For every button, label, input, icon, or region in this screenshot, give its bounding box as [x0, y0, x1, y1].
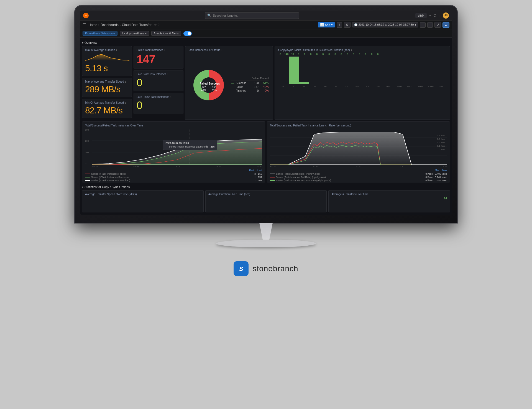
breadcrumb-dashboards[interactable]: Dashboards: [101, 23, 119, 27]
panel-title-max-duration: Max of Average duration ℹ: [85, 49, 129, 52]
pie-chart-svg: Failed 147 49% Success 150 51%: [189, 66, 228, 105]
info-icon[interactable]: ℹ: [125, 101, 126, 104]
hist-bar-7: [352, 84, 362, 84]
chart2-x-axis: 15:05 15:10 15:15 15:20 15:25: [270, 165, 447, 169]
pie-container: Failed 147 49% Success 150 51%: [188, 53, 270, 117]
success-dot: [231, 83, 234, 83]
chart-menu-icon[interactable]: ⋮: [260, 123, 263, 127]
svg-text:S: S: [239, 265, 243, 272]
late-start-value: 0: [137, 77, 180, 89]
failed-task-value: 147: [137, 53, 180, 66]
chart1-y-axis: 300 200 100 0: [85, 129, 92, 165]
browser-bar: G 🔍 Search or jump to... citrix + ⏱ ↑ JS: [80, 11, 452, 21]
hist-bar-15: [436, 84, 446, 84]
grafana-logo-icon: G: [83, 13, 89, 18]
info-icon[interactable]: ℹ: [125, 80, 126, 83]
stats-grid: Average Transfer Speed Over time (MB/s) …: [82, 190, 450, 212]
clock-icon: 🕐: [354, 23, 357, 26]
toolbar: Prometheus Datasource local_prometheus ▾…: [80, 29, 452, 38]
chart1-svg: [92, 129, 262, 165]
hist-bar-5: [331, 84, 341, 84]
histogram-panel: # Copy/Sync Tasks Distributed in Buckets…: [275, 46, 450, 120]
chevron-up-icon[interactable]: ▲: [443, 22, 449, 28]
hist-bar-12: [405, 84, 415, 84]
chevron-down-icon: ▾: [145, 32, 147, 35]
chart2-svg-wrapper: 0.4 l/sec 0.3 l/sec 0.2 l/sec 0.1 l/sec …: [270, 129, 447, 165]
failed-legend-line: [85, 174, 90, 174]
nav-bar: ☰ Home › Dashboards › Cloud Data Transfe…: [80, 21, 452, 29]
plus-icon[interactable]: +: [429, 14, 431, 17]
star-icon[interactable]: ☆: [154, 23, 157, 27]
legend-success-row: Success 150 51%: [231, 82, 269, 85]
stats-panel-title-3: Average #Transfers Over time: [331, 193, 447, 196]
stats-section: Statistics for Copy / Sync Options Avera…: [82, 184, 450, 212]
panel-title-failed: Failed Task Instances ℹ: [137, 49, 180, 52]
add-icon: 📊: [320, 23, 324, 27]
breadcrumb-home[interactable]: Home: [88, 23, 97, 27]
annotations-toggle[interactable]: [183, 31, 192, 36]
brand-footer: S stonebranch: [234, 261, 298, 276]
monitor-neck: [249, 223, 283, 240]
hamburger-icon[interactable]: ☰: [83, 23, 86, 27]
max-avg-transfer-panel: Max of Average Transfer Speed ℹ 289 MB/s: [82, 78, 132, 97]
pie-legend-header: Value Percent: [231, 77, 269, 80]
stats-panel-title-2: Average Duration Over Time (sec): [208, 193, 324, 196]
time-range-picker[interactable]: 🕐 2023-10-04 15:03:32 to 2023-10-04 15:2…: [352, 22, 418, 27]
zoom-in-btn[interactable]: +: [427, 22, 433, 28]
info-icon[interactable]: ℹ: [170, 96, 171, 98]
chart2-title: Total/Success and Failed Task Instance L…: [270, 124, 447, 127]
success-legend-line: [85, 177, 90, 177]
monitor-screen: G 🔍 Search or jump to... citrix + ⏱ ↑ JS: [80, 11, 452, 215]
chart2-legend-header: Min Max: [270, 169, 447, 172]
avg-duration-panel: Average Duration Over Time (sec): [205, 190, 327, 212]
histogram-title: # Copy/Sync Tasks Distributed in Buckets…: [278, 49, 447, 52]
sparkline: [85, 53, 129, 62]
failed-task-instances-panel: Failed Task Instances ℹ 147: [134, 46, 183, 68]
chart1-legend-header: First Last: [85, 169, 262, 172]
browser-tab: citrix: [415, 13, 427, 18]
s-icon: S: [237, 264, 245, 273]
finished-dot: [231, 91, 234, 91]
stonebranch-logo-icon: S: [234, 261, 249, 276]
breadcrumb-page: Cloud Data Transfer: [122, 23, 152, 27]
browser-search-bar[interactable]: 🔍 Search or jump to...: [205, 12, 299, 19]
svg-text:Failed: Failed: [200, 82, 208, 85]
info-icon[interactable]: ℹ: [164, 49, 165, 52]
stonebranch-brand-name: stonebranch: [252, 264, 298, 273]
panel-title-max-transfer: Max of Average Transfer Speed ℹ: [85, 80, 129, 83]
add-button[interactable]: 📊 Add ▾: [318, 22, 335, 27]
svg-text:51%: 51%: [212, 89, 217, 92]
chart2-svg: [270, 129, 447, 165]
share-btn[interactable]: ⤴: [337, 22, 342, 28]
max-duration-value: 5.13 s: [85, 63, 129, 73]
datasource-pill[interactable]: Prometheus Datasource: [83, 31, 117, 36]
info-icon[interactable]: ℹ: [221, 49, 222, 52]
stats-panel-title-1: Average Transfer Speed Over time (MB/s): [85, 193, 201, 196]
histogram-counts: 0 140 10 0 0 0 0 0 0 0 0 0 0: [278, 53, 447, 55]
refresh-btn[interactable]: ↺: [434, 22, 441, 28]
info-icon[interactable]: ℹ: [167, 73, 168, 76]
info-icon[interactable]: ℹ: [351, 49, 352, 52]
pie-legend: Value Percent Success 150 51%: [228, 77, 269, 93]
fail-rate-legend-line: [270, 177, 275, 177]
local-prometheus-dropdown[interactable]: local_prometheus ▾: [120, 31, 149, 36]
chart2-legend: Series (Task Launch Rate) (right y-axis)…: [270, 172, 447, 182]
user-avatar[interactable]: JS: [443, 12, 449, 19]
min-avg-transfer-panel: Min Of Average Transfer Speed ℹ 82.7 MB/…: [82, 99, 132, 118]
chart1-x-axis: 15:05 15:10 15:15 15:20 15:25: [85, 165, 262, 168]
chart2-y-axis: 0.4 l/sec 0.3 l/sec 0.2 l/sec 0.1 l/sec …: [437, 134, 445, 151]
legend-failed-row: Failed 147 49%: [231, 85, 269, 88]
breadcrumb-sep2: ›: [120, 23, 121, 27]
settings-btn[interactable]: ⚙: [344, 22, 351, 28]
max-avg-duration-panel: Max of Average duration ℹ: [82, 46, 132, 76]
info-icon[interactable]: ℹ: [116, 49, 117, 52]
svg-text:147: 147: [201, 86, 206, 88]
pie-chart-panel: Task Instances Per Status ℹ: [185, 46, 273, 120]
search-placeholder: Search or jump to...: [213, 14, 239, 17]
success-rate-legend-line: [270, 180, 275, 181]
monitor-base: [216, 240, 316, 247]
zoom-out-btn[interactable]: −: [420, 22, 425, 28]
annotations-label: Annotations & Alerts: [151, 31, 181, 36]
histogram-labels: 0 5 10 25 50 75 100 250 500 750 1000 250…: [278, 85, 447, 88]
share-nav-icon[interactable]: ⤴: [158, 23, 160, 27]
